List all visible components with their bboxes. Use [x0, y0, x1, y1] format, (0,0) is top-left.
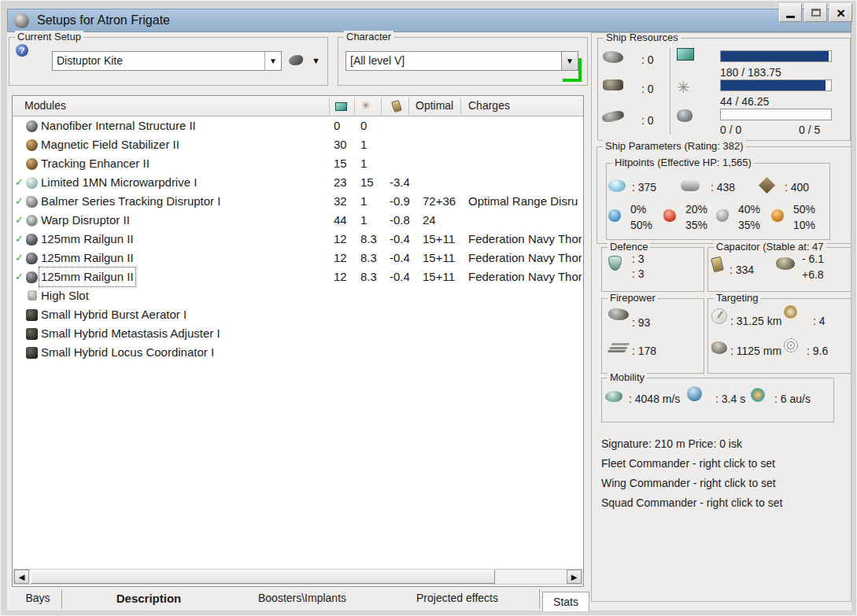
turret-hardpoint-icon — [603, 51, 623, 63]
minimize-button[interactable] — [779, 3, 802, 22]
warp-speed-value: : 6 au/s — [774, 393, 811, 405]
tab-boosters-implants[interactable]: Boosters\Implants — [239, 592, 365, 604]
kinetic-armor-resist: 35% — [738, 219, 760, 231]
module-row[interactable]: High Slot — [13, 286, 583, 305]
help-icon[interactable]: ? — [16, 44, 28, 57]
scan-resolution-icon — [711, 341, 727, 354]
setup-combobox[interactable]: Distuptor Kite ▼ — [52, 51, 282, 71]
scroll-left-button[interactable]: ◀ — [14, 570, 29, 584]
column-modules[interactable]: Modules — [24, 99, 66, 112]
cpu-value: 23 — [334, 173, 347, 192]
module-row[interactable]: Small Hybrid Burst Aerator I — [13, 305, 583, 324]
ship-icon[interactable] — [289, 55, 303, 65]
column-optimal[interactable]: Optimal — [416, 99, 453, 112]
module-row[interactable]: Small Hybrid Locus Coordinator I — [13, 343, 583, 362]
explosive-armor-resist: 10% — [793, 219, 815, 231]
firepower-group: Firepower : 93 : 178 — [601, 298, 704, 374]
defence-group: Defence : 3 : 3 — [601, 247, 704, 292]
tab-stats[interactable]: Stats — [542, 592, 589, 611]
shield-icon — [608, 179, 626, 192]
optimal-value: 24 — [423, 211, 436, 230]
capacitor-label: Capacitor (Stable at: 47 — [714, 241, 826, 253]
module-name: Tracking Enhancer II — [41, 154, 150, 173]
scroll-right-button[interactable]: ▶ — [567, 570, 582, 584]
pg-value: 0 — [360, 116, 367, 135]
ship-resources-label: Ship Resources — [604, 32, 681, 43]
character-value: [All level V] — [350, 54, 404, 67]
tab-projected-effects[interactable]: Projected effects — [394, 592, 520, 604]
modules-header: Modules ✳ Optimal Charges — [13, 96, 583, 116]
capacitor-icon[interactable] — [391, 100, 402, 113]
ship-menu-caret-icon[interactable]: ▼ — [312, 56, 320, 65]
kinetic-shield-resist: 40% — [738, 203, 760, 216]
warp-speed-icon — [751, 388, 765, 402]
module-name: Small Hybrid Metastasis Adjuster I — [41, 324, 220, 343]
scrollbar-thumb[interactable] — [31, 570, 495, 584]
empty-slot-icon — [28, 290, 37, 301]
module-row[interactable]: Small Hybrid Metastasis Adjuster I — [13, 324, 583, 343]
cpu-icon — [677, 48, 694, 61]
window-title: Setups for Atron Frigate — [37, 13, 170, 28]
module-name: 125mm Railgun II — [41, 249, 134, 267]
module-icon — [26, 158, 38, 170]
squad-commander-text[interactable]: Squad Commander - right click to set — [601, 496, 782, 509]
tab-bays[interactable]: Bays — [18, 592, 57, 604]
module-row[interactable]: ✓ Limited 1MN Microwarpdrive I 23 15 -3.… — [13, 173, 583, 192]
turrets-value: : 0 — [641, 53, 654, 66]
pg-value: 1 — [360, 211, 367, 230]
cap-value: -3.4 — [390, 173, 410, 192]
turret-icon — [608, 308, 629, 320]
maximize-button[interactable] — [804, 3, 827, 22]
powergrid-icon[interactable]: ✳ — [361, 99, 371, 112]
module-row[interactable]: Nanofiber Internal Structure II 0 0 — [13, 116, 583, 135]
optimal-value: 72+36 — [423, 192, 456, 211]
cap-value: -0.9 — [390, 192, 410, 211]
app-window: Setups for Atron Frigate × Current Setup… — [0, 0, 857, 616]
module-row[interactable]: ✓ Warp Disruptor II 44 1 -0.8 24 — [13, 211, 583, 230]
cpu-icon[interactable] — [335, 102, 347, 111]
tab-description[interactable]: Description — [86, 592, 212, 605]
defence-value-1: : 3 — [632, 253, 645, 265]
sensor-strength-icon — [784, 338, 798, 352]
cpu-value: 44 — [334, 211, 347, 230]
module-row[interactable]: ✓ Balmer Series Tracking Disruptor I 32 … — [13, 192, 583, 211]
module-row[interactable]: Tracking Enhancer II 15 1 — [13, 154, 583, 173]
module-row-selected[interactable]: ✓ 125mm Railgun II 12 8.3 -0.4 15+11 Fed… — [13, 267, 583, 286]
sensor-strength: : 9.6 — [807, 345, 828, 357]
speed-value: : 4048 m/s — [629, 393, 680, 405]
module-row[interactable]: ✓ 125mm Railgun II 12 8.3 -0.4 15+11 Fed… — [13, 249, 583, 267]
mobility-group: Mobility : 4048 m/s : 3.4 s : 6 au/s — [601, 378, 834, 422]
column-charges[interactable]: Charges — [468, 99, 510, 112]
module-row[interactable]: ✓ 125mm Railgun II 12 8.3 -0.4 15+11 Fed… — [13, 230, 583, 249]
wing-commander-text[interactable]: Wing Commander - right click to set — [601, 477, 776, 489]
cpu-value: 32 — [334, 192, 347, 211]
charges-value: Federation Navy Thor — [468, 249, 582, 267]
signature-price-text: Signature: 210 m Price: 0 isk — [601, 437, 742, 450]
fleet-commander-text[interactable]: Fleet Commander - right click to set — [601, 457, 775, 470]
cap-value: -0.4 — [390, 230, 410, 249]
minimize-icon — [786, 16, 795, 18]
horizontal-scrollbar[interactable]: ◀ ▶ — [13, 569, 582, 585]
hitpoints-label: Hitpoints (Effective HP: 1,565) — [612, 157, 754, 168]
module-icon — [26, 253, 38, 264]
pg-value: 8.3 — [360, 267, 377, 286]
targeting-range-icon — [711, 308, 727, 324]
cpu-value: 12 — [334, 267, 347, 286]
thermal-armor-resist: 35% — [685, 219, 707, 231]
title-bar[interactable]: Setups for Atron Frigate — [7, 9, 851, 32]
capacitor-boost: +6.8 — [802, 268, 824, 281]
defence-shield-icon — [608, 256, 622, 271]
pg-value: 8.3 — [360, 249, 377, 267]
optimal-value: 15+11 — [423, 249, 455, 267]
close-button[interactable]: × — [829, 3, 852, 22]
defence-label: Defence — [608, 241, 650, 253]
setup-value: Distuptor Kite — [57, 54, 123, 67]
character-combobox[interactable]: [All level V] ▼ — [345, 51, 578, 71]
module-row[interactable]: Magnetic Field Stabilizer II 30 1 — [13, 135, 583, 154]
chevron-down-icon[interactable]: ▼ — [264, 52, 281, 70]
active-check-icon: ✓ — [15, 192, 24, 211]
capacitor-amount: : 334 — [730, 264, 754, 276]
module-name: Warp Disruptor II — [41, 211, 130, 230]
cpu-value: 12 — [334, 249, 347, 267]
targeting-label: Targeting — [714, 292, 760, 304]
